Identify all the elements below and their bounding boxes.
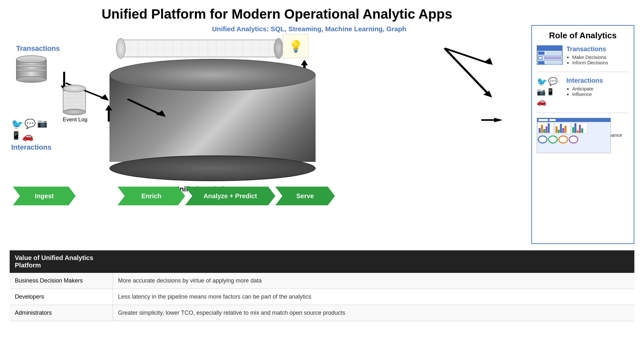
ingest-arrow: Ingest [13, 187, 76, 205]
role-title: Role of Analytics [537, 31, 629, 41]
transactions-table-icon [537, 45, 563, 65]
table-row: Business Decision Makers More accurate d… [10, 273, 634, 289]
table-row: Developers Less latency in the pipeline … [10, 289, 634, 305]
diagram-wrapper: Unified Analytics: SQL, Streaming, Machi… [10, 25, 525, 225]
interactions-role-title: Interactions [566, 77, 603, 84]
row3-col2: Greater simplicity, lower TCO, especiall… [113, 305, 634, 321]
role-phone-icon: 📱 [546, 88, 554, 96]
database-cylinder [16, 55, 47, 83]
event-log-label: Event Log [63, 116, 88, 123]
role-twitter-icon: 🐦 [537, 77, 547, 87]
role-monitor-section: Monitor Business Ops ML Model Performanc… [537, 118, 629, 153]
role-interactions-section: 🐦 💬 📷 📱 🚗 Interactions Anticipate Influe… [537, 77, 629, 106]
serve-arrow: Serve [275, 187, 335, 205]
role-car-icon: 🚗 [537, 97, 546, 106]
section-divider-2 [537, 113, 629, 113]
svg-marker-12 [494, 118, 503, 122]
interactions-bullet-2: Influence [572, 91, 603, 97]
main-dbms-disk: Unified Analytic DBMS [109, 59, 316, 181]
phone-icon: 📱 [11, 131, 21, 142]
interactions-bullet-1: Anticipate [572, 86, 603, 91]
role-chat-icon: 💬 [548, 77, 558, 87]
role-camera-icon: 📷 [537, 88, 545, 96]
transactions-section: Transactions [16, 44, 60, 85]
value-table: Value of Unified Analytics Platform Busi… [10, 250, 634, 321]
row1-col2: More accurate decisions by virtue of app… [113, 273, 634, 289]
interactions-role-content: Interactions Anticipate Influence [566, 77, 603, 97]
svg-marker-3 [100, 94, 109, 101]
page-title: Unified Platform for Modern Operational … [10, 6, 634, 22]
table-header-2 [113, 250, 634, 273]
interactions-section-left: 🐦 💬 📷 📱 🚗 Interactions [11, 118, 53, 152]
row1-col1: Business Decision Makers [10, 273, 113, 289]
content-area: Unified Analytics: SQL, Streaming, Machi… [10, 25, 634, 244]
row2-col1: Developers [10, 289, 113, 305]
transactions-bullet-2: Inform Decisions [572, 60, 608, 65]
diagram-area: Unified Analytics: SQL, Streaming, Machi… [10, 25, 525, 244]
chat-icon: 💬 [24, 118, 36, 130]
transactions-role-title: Transactions [566, 45, 608, 53]
monitor-icon-area [537, 118, 563, 153]
main-container: Unified Platform for Modern Operational … [0, 0, 644, 362]
interactions-label: Interactions [11, 143, 53, 152]
car-icon: 🚗 [22, 131, 33, 142]
row3-col1: Administrators [10, 305, 113, 321]
enrich-arrow: Enrich [118, 187, 185, 205]
row2-col2: Less latency in the pipeline means more … [113, 289, 634, 305]
svg-marker-16 [483, 91, 492, 97]
table-row: Administrators Greater simplicity, lower… [10, 305, 634, 321]
svg-line-13 [445, 48, 490, 64]
table-header-1: Value of Unified Analytics Platform [10, 250, 113, 273]
svg-marker-14 [484, 58, 493, 65]
pipeline-arrows: Ingest Enrich Analyze + Predict Serve [13, 187, 335, 205]
transactions-label: Transactions [16, 44, 60, 53]
analyze-arrow: Analyze + Predict [185, 187, 275, 205]
transactions-role-content: Transactions Make Decisions Inform Decis… [566, 45, 608, 65]
role-transactions-section: Transactions Make Decisions Inform Decis… [537, 45, 629, 65]
lightbulb-icon: 💡 [283, 34, 308, 58]
svg-line-15 [445, 48, 490, 96]
role-sidebar: Role of Analytics [531, 25, 634, 244]
event-log-section: Event Log [63, 85, 88, 123]
interactions-icons-area: 🐦 💬 📷 📱 🚗 [537, 77, 563, 106]
twitter-icon: 🐦 [11, 118, 23, 130]
transactions-bullet-1: Make Decisions [572, 54, 608, 60]
camera-icon: 📷 [37, 118, 47, 130]
section-divider-1 [537, 72, 629, 72]
unified-analytics-label: Unified Analytics: SQL, Streaming, Machi… [212, 25, 406, 32]
top-cylinder [116, 36, 283, 60]
